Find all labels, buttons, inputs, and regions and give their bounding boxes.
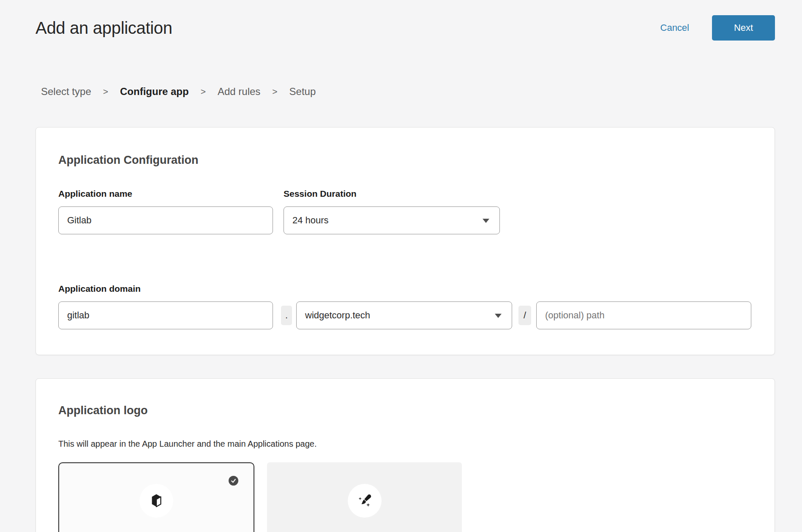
breadcrumb-step-add-rules[interactable]: Add rules [218, 86, 260, 98]
domain-select[interactable]: widgetcorp.tech [296, 301, 512, 329]
selected-check-badge [229, 476, 238, 486]
application-configuration-heading: Application Configuration [58, 154, 752, 167]
chevron-down-icon [483, 219, 489, 223]
logo-option-default[interactable]: Default [58, 462, 254, 532]
add-application-page: Add an application Cancel Next Select ty… [0, 0, 802, 532]
path-input[interactable] [536, 301, 751, 329]
default-logo-circle [139, 484, 173, 518]
session-duration-value: 24 hours [292, 215, 329, 226]
logo-option-tiles: Default Custom [58, 462, 752, 532]
breadcrumb-step-setup[interactable]: Setup [289, 86, 316, 98]
dot-separator: . [281, 306, 292, 325]
cube-icon [148, 493, 164, 509]
page-header: Add an application Cancel Next [35, 6, 775, 49]
application-name-input[interactable] [58, 206, 273, 234]
breadcrumb-step-select-type[interactable]: Select type [41, 86, 91, 98]
application-name-label: Application name [58, 189, 273, 199]
application-logo-description: This will appear in the App Launcher and… [58, 439, 752, 449]
session-duration-select[interactable]: 24 hours [284, 206, 500, 234]
domain-value: widgetcorp.tech [305, 310, 370, 321]
breadcrumb-separator: > [201, 87, 206, 97]
application-logo-card: Application logo This will appear in the… [35, 378, 775, 532]
next-button[interactable]: Next [712, 15, 775, 41]
chevron-down-icon [495, 314, 502, 318]
slash-separator: / [518, 306, 531, 325]
breadcrumb-separator: > [103, 87, 108, 97]
application-domain-label: Application domain [58, 284, 752, 294]
breadcrumb: Select type > Configure app > Add rules … [35, 86, 775, 98]
breadcrumb-separator: > [272, 87, 277, 97]
custom-logo-circle [348, 484, 382, 518]
cancel-button[interactable]: Cancel [658, 22, 692, 34]
subdomain-input[interactable] [58, 301, 273, 329]
paintbrush-icon [357, 493, 373, 509]
session-duration-field-group: Session Duration 24 hours [284, 189, 500, 234]
logo-option-custom[interactable]: Custom [267, 462, 462, 532]
check-icon [231, 478, 236, 483]
application-logo-heading: Application logo [58, 404, 752, 417]
page-title: Add an application [35, 18, 172, 38]
application-configuration-card: Application Configuration Application na… [35, 127, 775, 355]
application-domain-row: . widgetcorp.tech / [58, 294, 752, 329]
application-name-field-group: Application name [58, 189, 273, 234]
breadcrumb-step-configure-app[interactable]: Configure app [120, 86, 189, 98]
name-session-row: Application name Session Duration 24 hou… [58, 189, 752, 234]
session-duration-label: Session Duration [284, 189, 500, 199]
header-actions: Cancel Next [658, 15, 775, 41]
